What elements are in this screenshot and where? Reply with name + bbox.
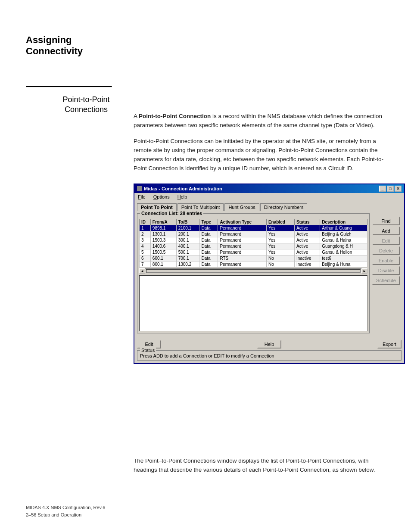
edit-footer-button[interactable]: Edit bbox=[137, 340, 161, 348]
scroll-right-btn[interactable]: ► bbox=[361, 268, 367, 274]
menu-file[interactable]: File bbox=[136, 194, 147, 200]
table-cell: No bbox=[266, 255, 294, 261]
tab-bar: Point To Point Point To Multipoint Hunt … bbox=[134, 201, 404, 211]
table-row[interactable]: 19898.12100.1DataPermanentYesActiveArthu… bbox=[140, 225, 367, 231]
table-cell: 400.1 bbox=[176, 243, 199, 249]
horizontal-scrollbar[interactable]: ◄ ► bbox=[139, 268, 367, 274]
table-cell: 200.1 bbox=[176, 231, 199, 237]
table-row[interactable]: 6600.1700.1DataRTSNoInactivetest6 bbox=[140, 255, 367, 261]
dialog-titlebar: Midas - Connection Administration _ □ ✕ bbox=[134, 184, 404, 193]
table-cell: 3 bbox=[140, 237, 151, 243]
bottom-paragraph: The Point–to-Point Connections window di… bbox=[134, 457, 388, 482]
table-cell: 300.1 bbox=[176, 237, 199, 243]
scroll-left-btn[interactable]: ◄ bbox=[139, 268, 145, 274]
status-label: Status bbox=[140, 348, 156, 353]
table-cell: 1300.1 bbox=[150, 231, 176, 237]
col-header-froma: From/A bbox=[150, 219, 176, 225]
col-header-type: Type bbox=[199, 219, 218, 225]
sidebar-subtitle-block: Point-to-PointConnections bbox=[43, 95, 129, 115]
schedule-button[interactable]: Schedule bbox=[372, 276, 400, 285]
table-cell: Data bbox=[199, 225, 218, 231]
table-cell: Active bbox=[295, 237, 320, 243]
scroll-track bbox=[146, 269, 361, 273]
dialog-footer: Edit Help Export bbox=[134, 338, 404, 350]
table-row[interactable]: 31500.3300.1DataPermanentYesActiveGansu … bbox=[140, 237, 367, 243]
menu-help[interactable]: Help bbox=[176, 194, 189, 200]
table-cell: Yes bbox=[266, 237, 294, 243]
table-cell: Data bbox=[199, 249, 218, 255]
table-cell: 2 bbox=[140, 231, 151, 237]
dialog-left-panel: Connection List: 28 entries ID From/A To… bbox=[137, 213, 370, 335]
footer-line2: 2–56 Setup and Operation bbox=[26, 511, 105, 519]
close-button[interactable]: ✕ bbox=[395, 186, 402, 192]
table-cell: 800.1 bbox=[150, 261, 176, 267]
page-footer: MIDAS 4.X NMS Configuration, Rev.6 2–56 … bbox=[26, 504, 105, 519]
sidebar-divider bbox=[26, 86, 112, 87]
window-controls[interactable]: _ □ ✕ bbox=[379, 186, 402, 192]
export-footer-button[interactable]: Export bbox=[377, 340, 402, 348]
maximize-button[interactable]: □ bbox=[387, 186, 394, 192]
tab-hunt-groups[interactable]: Hunt Groups bbox=[224, 203, 259, 211]
enable-button[interactable]: Enable bbox=[372, 256, 400, 265]
table-cell: Beijing & Huna bbox=[320, 261, 367, 267]
col-header-desc: Description bbox=[320, 219, 367, 225]
table-row[interactable]: 7800.11300.2DataPermanentNoInactiveBeiji… bbox=[140, 261, 367, 267]
table-cell: Yes bbox=[266, 231, 294, 237]
disable-button[interactable]: Disable bbox=[372, 266, 400, 275]
table-cell: 700.1 bbox=[176, 255, 199, 261]
table-row[interactable]: 21300.1200.1DataPermanentYesActiveBeijin… bbox=[140, 231, 367, 237]
table-cell: Yes bbox=[266, 249, 294, 255]
connection-table-scroll[interactable]: ID From/A To/B Type Activation Type Enab… bbox=[139, 215, 367, 274]
footer-line1: MIDAS 4.X NMS Configuration, Rev.6 bbox=[26, 504, 105, 512]
table-cell: Active bbox=[295, 231, 320, 237]
table-cell: Yes bbox=[266, 225, 294, 231]
table-cell: 9898.1 bbox=[150, 225, 176, 231]
table-cell: No bbox=[266, 261, 294, 267]
bold-term: Point-to-Point Connection bbox=[139, 113, 211, 119]
connection-table: ID From/A To/B Type Activation Type Enab… bbox=[139, 219, 367, 268]
col-header-tob: To/B bbox=[176, 219, 199, 225]
delete-button[interactable]: Delete bbox=[372, 246, 400, 255]
tab-point-to-multipoint[interactable]: Point To Multipoint bbox=[177, 203, 224, 211]
table-cell: Yes bbox=[266, 243, 294, 249]
help-footer-button[interactable]: Help bbox=[257, 340, 281, 348]
tab-point-to-point[interactable]: Point To Point bbox=[137, 203, 177, 211]
menu-options[interactable]: Options bbox=[152, 194, 171, 200]
table-cell: Data bbox=[199, 243, 218, 249]
table-cell: 1 bbox=[140, 225, 151, 231]
sidebar-title-block: AssigningConnectivity bbox=[26, 34, 121, 57]
col-header-id: ID bbox=[140, 219, 151, 225]
edit-right-button[interactable]: Edit bbox=[372, 236, 400, 245]
table-row[interactable]: 41400.6400.1DataPermanentYesActiveGuangd… bbox=[140, 243, 367, 249]
table-cell: Gansu & Haina bbox=[320, 237, 367, 243]
table-cell: 1500.5 bbox=[150, 249, 176, 255]
table-cell: Guangdong & H bbox=[320, 243, 367, 249]
tab-directory-numbers[interactable]: Directory Numbers bbox=[260, 203, 308, 211]
table-cell: Data bbox=[199, 237, 218, 243]
minimize-button[interactable]: _ bbox=[379, 186, 386, 192]
bottom-text-content: The Point–to-Point Connections window di… bbox=[134, 457, 388, 475]
connection-list-group: Connection List: 28 entries ID From/A To… bbox=[137, 213, 370, 333]
table-cell: 1400.6 bbox=[150, 243, 176, 249]
table-cell: 4 bbox=[140, 243, 151, 249]
status-group: Status Press ADD to add a Connection or … bbox=[137, 350, 402, 361]
table-cell: Data bbox=[199, 261, 218, 267]
detail-area bbox=[139, 275, 367, 331]
table-cell: Active bbox=[295, 225, 320, 231]
footer-buttons-left: Edit bbox=[137, 340, 161, 348]
table-cell: Permanent bbox=[218, 249, 266, 255]
table-row[interactable]: 51500.5500.1DataPermanentYesActiveGansu … bbox=[140, 249, 367, 255]
table-cell: Inactive bbox=[295, 261, 320, 267]
find-button[interactable]: Find bbox=[372, 217, 400, 225]
col-header-activation: Activation Type bbox=[218, 219, 266, 225]
dialog-right-buttons: Find Add Edit Delete Enable Disable Sche… bbox=[372, 213, 402, 335]
footer-center: Help bbox=[257, 340, 281, 348]
table-cell: Permanent bbox=[218, 231, 266, 237]
menu-bar: File Options Help bbox=[134, 193, 404, 201]
table-cell: Active bbox=[295, 243, 320, 249]
table-cell: Data bbox=[199, 231, 218, 237]
add-button[interactable]: Add bbox=[372, 227, 400, 235]
table-cell: test6 bbox=[320, 255, 367, 261]
connection-admin-dialog: Midas - Connection Administration _ □ ✕ … bbox=[134, 184, 405, 364]
table-cell: Data bbox=[199, 255, 218, 261]
